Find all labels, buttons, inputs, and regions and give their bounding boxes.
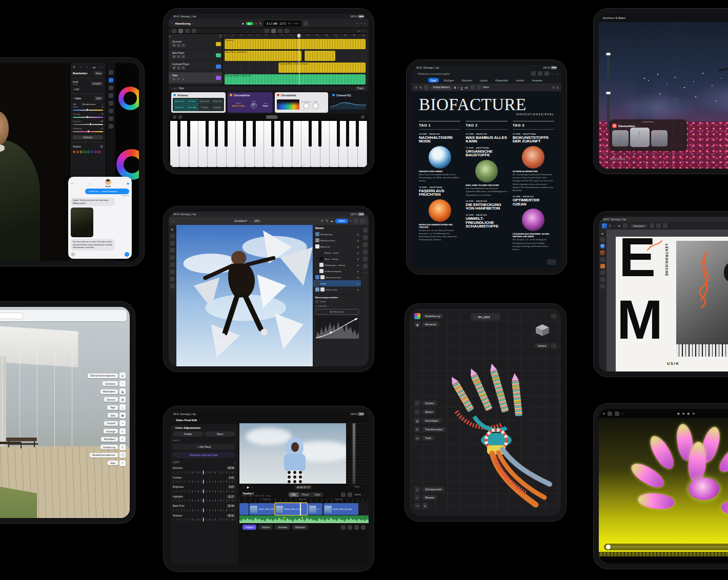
track-row-drummer[interactable]: 1 Drummer MSR	[169, 38, 223, 50]
panel-button[interactable]: Umwelt◑	[104, 420, 126, 426]
keyboard-scale-icon[interactable]	[178, 115, 182, 119]
panel-button[interactable]: Hilfe?	[108, 460, 126, 466]
document-title[interactable]: Biofacture Innovationsgipfel	[418, 72, 450, 75]
eye-icon[interactable]: ◉	[357, 252, 359, 254]
pencil-tool-icon[interactable]	[600, 264, 605, 268]
order-icon[interactable]	[663, 223, 668, 228]
preset-cell[interactable]: Synth Pluck	[174, 105, 186, 111]
versions-tool-icon[interactable]	[109, 116, 113, 121]
piano-black-key[interactable]	[187, 121, 190, 147]
video-monitor[interactable]	[239, 423, 346, 484]
stop-icon[interactable]: ■	[682, 412, 684, 415]
send-button[interactable]: ↑	[125, 252, 129, 257]
track-row-pads[interactable]: 4 Pads MSR	[169, 72, 223, 84]
mute-button[interactable]: M	[172, 77, 176, 81]
eye-icon[interactable]: ◉	[357, 264, 359, 266]
highlight-icon[interactable]	[477, 85, 481, 90]
solo-button[interactable]: S	[177, 55, 180, 58]
piano-white-key[interactable]	[330, 121, 339, 167]
export-icon[interactable]: ↑	[350, 219, 352, 222]
layer-group-row[interactable]: Anpassen◉	[313, 243, 361, 250]
piano-white-key[interactable]	[339, 121, 348, 167]
piano-black-key[interactable]	[356, 121, 359, 147]
layer-row[interactable]: Effektrauschen◉	[313, 237, 361, 243]
format-icon[interactable]	[531, 71, 536, 76]
plugin-chromaverb[interactable]: ChromaVerb Decay Time Wet	[275, 92, 328, 113]
preset-cell[interactable]: Bright Synth	[174, 99, 186, 105]
enhance-button[interactable]: Enhance Light and Color	[173, 452, 235, 458]
mute-button[interactable]: M	[172, 55, 176, 58]
message-bubble-incoming[interactable]: Das hier könnte es sein! Ich habe schon …	[71, 239, 115, 250]
poster-page[interactable]: E LEKTRONISCHE M USIK AV SO	[616, 237, 728, 371]
discover-icon[interactable]	[360, 219, 365, 223]
record-icon[interactable]: ●	[603, 412, 605, 415]
modellierung-button[interactable]: Modellierung	[422, 314, 443, 319]
ansicht-button[interactable]: Ansicht	[91, 81, 103, 86]
drag-handle[interactable]	[642, 121, 654, 122]
panel-button[interactable]: Szenen▤	[104, 397, 126, 403]
overwrite-icon[interactable]	[361, 525, 366, 530]
piano-white-key[interactable]	[311, 121, 320, 167]
audio-track[interactable]	[239, 515, 369, 523]
eraser-tool-icon[interactable]	[170, 248, 175, 253]
play-button[interactable]: ▶	[247, 485, 250, 489]
close-icon[interactable]: ×	[89, 209, 92, 212]
auto-button[interactable]: Auto	[94, 71, 103, 75]
slider-thumb[interactable]	[203, 517, 204, 522]
brush-size-slider[interactable]	[607, 51, 610, 85]
text-style-button[interactable]: aA	[464, 86, 468, 89]
zoom-level[interactable]: 26%	[253, 219, 260, 223]
color-dot-magenta[interactable]	[98, 151, 100, 153]
preset-cell[interactable]: Metallic Swell	[199, 99, 211, 105]
bold-button[interactable]: B	[454, 86, 456, 89]
piano-black-key[interactable]	[206, 121, 209, 147]
track-row-keyboard[interactable]: 3 Keyboard Player MSR	[169, 61, 223, 72]
exposure-slider[interactable]: Exposure45.59	[173, 466, 235, 473]
flip-icon[interactable]	[656, 223, 661, 228]
tab-start[interactable]: Start	[428, 78, 439, 82]
record-arm-button[interactable]: R	[181, 55, 185, 58]
frame-thumbnail-active[interactable]	[630, 128, 650, 147]
slider-knob[interactable]	[89, 123, 92, 126]
preset-cell[interactable]: Minimal Arp	[186, 105, 198, 111]
cycle-button[interactable]: ↻	[259, 22, 261, 25]
highlights-slider[interactable]: Highlights11.27	[173, 495, 235, 502]
export-icon[interactable]: ↑	[551, 313, 557, 319]
text-color-icon[interactable]	[470, 85, 475, 90]
color-dot-orange[interactable]	[76, 151, 79, 153]
keyboard-settings-icon[interactable]	[173, 115, 176, 119]
layer-row[interactable]: Gelbentsättigung◉	[313, 268, 361, 274]
chevron-down-icon[interactable]: ∨	[193, 22, 194, 25]
record-arm-button[interactable]: R	[181, 66, 185, 70]
decay-knob[interactable]	[304, 103, 309, 109]
document-name[interactable]: Zersplittert*	[234, 219, 248, 222]
project-title[interactable]: Abendsong	[175, 22, 190, 25]
transform-icon[interactable]	[363, 257, 368, 261]
eye-icon[interactable]: ◉	[357, 270, 359, 273]
mode-clip[interactable]: Clip	[289, 492, 299, 497]
contrast-slider[interactable]: Contrast4.41	[173, 476, 235, 483]
color-dot-blue[interactable]	[91, 151, 93, 153]
zoom-tool-icon[interactable]	[170, 284, 175, 288]
snap-value[interactable]: 1/4	[357, 30, 360, 32]
back-icon[interactable]: ‹	[415, 72, 416, 75]
transform-icon[interactable]	[650, 223, 654, 228]
panel-button[interactable]: Elementinformationen⚙	[88, 372, 126, 379]
sw-button[interactable]: S/W	[94, 96, 103, 100]
timeline-zoom[interactable]: 74 %	[354, 486, 359, 488]
panel-button[interactable]: Materialien◉	[100, 388, 126, 395]
loop-icon[interactable]	[341, 492, 346, 497]
tab-verweise[interactable]: Verweise	[530, 78, 545, 82]
layers-icon[interactable]	[615, 411, 619, 416]
chevron-down-icon[interactable]: ∨	[199, 419, 200, 421]
element-info-icon[interactable]: ⚙	[119, 372, 126, 379]
canvas[interactable]	[176, 225, 313, 366]
help-icon[interactable]	[354, 219, 358, 223]
piano-white-key[interactable]	[348, 121, 357, 167]
piano-white-key[interactable]	[179, 121, 189, 167]
licht-section[interactable]: Licht	[74, 88, 79, 91]
flipbook-panel[interactable]: Daumenkino	[609, 119, 687, 151]
piano-white-key[interactable]: C1	[170, 121, 179, 167]
select-button[interactable]: Select	[354, 493, 361, 496]
fill-tool-icon[interactable]	[600, 277, 605, 282]
